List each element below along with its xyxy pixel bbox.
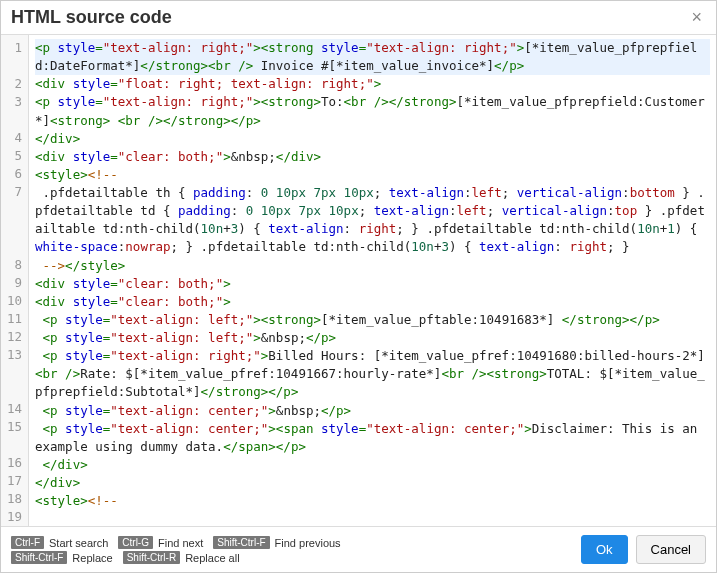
line-number: 6 bbox=[5, 165, 22, 183]
line-number: 10 bbox=[5, 292, 22, 310]
dialog-header: HTML source code × bbox=[1, 1, 716, 35]
kbd-icon: Shift-Ctrl-F bbox=[213, 536, 269, 549]
code-line[interactable]: .pfdetailtable th { padding: 0 10px 7px … bbox=[35, 184, 710, 257]
code-line[interactable]: </div> bbox=[35, 456, 710, 474]
cancel-button[interactable]: Cancel bbox=[636, 535, 706, 564]
shortcut-label: Find next bbox=[158, 537, 203, 549]
line-number: 13 bbox=[5, 346, 22, 400]
line-number: 8 bbox=[5, 256, 22, 274]
line-number: 16 bbox=[5, 454, 22, 472]
line-number: 12 bbox=[5, 328, 22, 346]
kbd-icon: Ctrl-G bbox=[118, 536, 153, 549]
code-line[interactable]: <p style="text-align: right;">Billed Hou… bbox=[35, 347, 710, 401]
line-number: 14 bbox=[5, 400, 22, 418]
shortcut-hint: Ctrl-FStart search bbox=[11, 536, 108, 549]
shortcut-hint: Shift-Ctrl-RReplace all bbox=[123, 551, 240, 564]
line-number: 15 bbox=[5, 418, 22, 454]
code-lines[interactable]: <p style="text-align: right;"><strong st… bbox=[29, 35, 716, 526]
line-number: 11 bbox=[5, 310, 22, 328]
code-line[interactable]: <style><!-- bbox=[35, 166, 710, 184]
line-number: 19 bbox=[5, 508, 22, 526]
dialog-buttons: Ok Cancel bbox=[581, 535, 706, 564]
shortcut-hint: Ctrl-GFind next bbox=[118, 536, 203, 549]
close-icon[interactable]: × bbox=[687, 7, 706, 28]
code-line[interactable]: <div style="float: right; text-align: ri… bbox=[35, 75, 710, 93]
code-line[interactable]: <div style="clear: both;"> bbox=[35, 275, 710, 293]
code-line[interactable]: <div style="clear: both;">&nbsp;</div> bbox=[35, 148, 710, 166]
code-line[interactable]: <p style="text-align: left;"><strong>[*i… bbox=[35, 311, 710, 329]
line-number: 1 bbox=[5, 39, 22, 75]
kbd-icon: Shift-Ctrl-F bbox=[11, 551, 67, 564]
code-line[interactable]: <p style="text-align: left;">&nbsp;</p> bbox=[35, 329, 710, 347]
kbd-icon: Ctrl-F bbox=[11, 536, 44, 549]
code-line[interactable]: <p style="text-align: center;"><span sty… bbox=[35, 420, 710, 456]
code-line[interactable]: <p style="text-align: right;"><strong>To… bbox=[35, 93, 710, 129]
dialog-title: HTML source code bbox=[11, 7, 172, 28]
code-line[interactable] bbox=[35, 510, 710, 526]
shortcut-hints: Ctrl-FStart searchCtrl-GFind nextShift-C… bbox=[11, 536, 341, 564]
dialog-footer: Ctrl-FStart searchCtrl-GFind nextShift-C… bbox=[1, 526, 716, 572]
line-number: 17 bbox=[5, 472, 22, 490]
code-line[interactable]: </div> bbox=[35, 130, 710, 148]
code-line[interactable]: <div style="clear: both;"> bbox=[35, 293, 710, 311]
line-number: 18 bbox=[5, 490, 22, 508]
kbd-icon: Shift-Ctrl-R bbox=[123, 551, 180, 564]
html-source-dialog: HTML source code × 123456789101112131415… bbox=[0, 0, 717, 573]
shortcut-hint: Shift-Ctrl-FReplace bbox=[11, 551, 113, 564]
shortcut-label: Replace all bbox=[185, 552, 239, 564]
shortcut-label: Replace bbox=[72, 552, 112, 564]
code-editor[interactable]: 1234567891011121314151617181920 <p style… bbox=[1, 35, 716, 526]
line-number: 5 bbox=[5, 147, 22, 165]
code-line[interactable]: <p style="text-align: right;"><strong st… bbox=[35, 39, 710, 75]
shortcut-label: Find previous bbox=[275, 537, 341, 549]
code-line[interactable]: <p style="text-align: center;">&nbsp;</p… bbox=[35, 402, 710, 420]
line-number: 4 bbox=[5, 129, 22, 147]
shortcut-label: Start search bbox=[49, 537, 108, 549]
code-line[interactable]: --></style> bbox=[35, 257, 710, 275]
ok-button[interactable]: Ok bbox=[581, 535, 628, 564]
line-gutter: 1234567891011121314151617181920 bbox=[1, 35, 29, 526]
code-line[interactable]: </div> bbox=[35, 474, 710, 492]
code-line[interactable]: <style><!-- bbox=[35, 492, 710, 510]
line-number: 3 bbox=[5, 93, 22, 129]
shortcut-hint: Shift-Ctrl-FFind previous bbox=[213, 536, 340, 549]
line-number: 2 bbox=[5, 75, 22, 93]
line-number: 9 bbox=[5, 274, 22, 292]
line-number: 7 bbox=[5, 183, 22, 256]
